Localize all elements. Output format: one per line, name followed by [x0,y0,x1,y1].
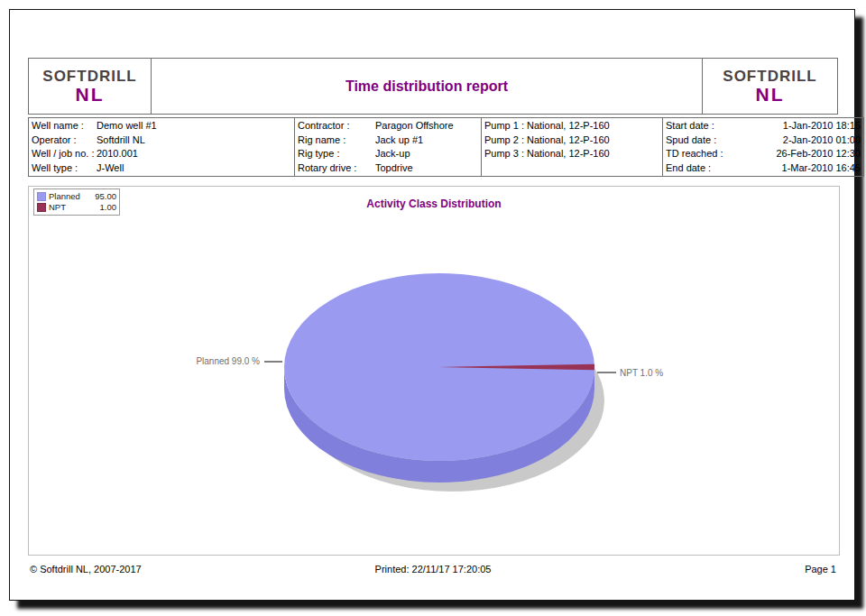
info-label: Rig type : [298,147,375,161]
info-row: Pump 2 :National, 12-P-160 [484,133,659,148]
info-label: Spud date : [666,133,716,148]
info-value: Demo well #1 [97,120,157,131]
well-info-col-dates: Start date :1-Jan-2010 18:15 Spud date :… [663,118,864,177]
legend-swatch-npt [37,203,46,212]
slice-label-npt: NPT 1.0 % [620,368,663,378]
pie-chart-svg [29,187,839,555]
info-label: Well name : [32,119,97,133]
logo-right: SOFTDRILL NL [703,59,838,115]
info-value: National, 12-P-160 [527,134,610,145]
info-label: Rig name : [298,133,375,148]
legend-value: 1.00 [100,202,117,213]
info-label: End date : [666,161,711,176]
info-value: Topdrive [375,162,413,173]
well-info-col-well: Well name :Demo well #1 Operator :Softdr… [29,118,295,177]
info-row: Rig name :Jack up #1 [298,133,478,148]
page-number: Page 1 [805,564,836,575]
info-label: Well type : [32,161,97,176]
info-label: Rotary drive : [298,161,375,176]
info-value: National, 12-P-160 [527,120,610,131]
info-row: Pump 3 :National, 12-P-160 [484,147,659,161]
slice-label-planned: Planned 99.0 % [155,356,260,366]
info-label: Pump 3 : [484,147,527,161]
info-row: Rotary drive :Topdrive [298,161,478,176]
info-row: Well name :Demo well #1 [32,119,291,133]
legend-label: Planned [49,191,80,202]
info-row: Start date :1-Jan-2010 18:15 [666,119,861,133]
info-label: TD reached : [666,147,723,161]
logo-left: SOFTDRILL NL [29,59,152,115]
info-row: Well type :J-Well [32,161,291,176]
well-info-table: Well name :Demo well #1 Operator :Softdr… [28,117,864,177]
info-value: 1-Jan-2010 18:15 [783,119,861,133]
chart-title: Activity Class Distribution [29,198,839,210]
info-row: End date :1-Mar-2010 16:45 [666,161,861,176]
info-row: Spud date :2-Jan-2010 01:00 [666,133,861,148]
report-page: SOFTDRILL NL Time distribution report SO… [9,9,855,601]
info-label: Pump 1 : [484,119,527,133]
well-info-col-pumps: Pump 1 :National, 12-P-160 Pump 2 :Natio… [482,118,663,177]
report-title-cell: Time distribution report [152,59,703,115]
legend-item-planned: Planned 95.00 [37,191,116,202]
info-value: Jack-up [375,148,410,159]
pie-chart [284,273,604,492]
info-row: Contractor :Paragon Offshore [298,119,478,133]
logo-text-nl: NL [703,85,837,105]
page-title: Time distribution report [345,78,508,94]
info-row: Well / job no. :2010.001 [32,147,291,161]
info-value: National, 12-P-160 [527,148,610,159]
info-value: 2-Jan-2010 01:00 [783,133,861,148]
info-value: Paragon Offshore [375,120,454,131]
info-value: 1-Mar-2010 16:45 [782,161,861,176]
printed-timestamp: Printed: 22/11/17 17:20:05 [28,564,838,575]
well-info-col-rig: Contractor :Paragon Offshore Rig name :J… [295,118,482,177]
info-value: J-Well [97,162,124,173]
legend-swatch-planned [37,192,46,201]
info-row: Rig type :Jack-up [298,147,478,161]
logo-text-softdrill: SOFTDRILL [703,68,837,85]
info-label: Operator : [32,133,97,148]
info-label: Well / job no. : [32,147,97,161]
info-value: Softdrill NL [97,134,145,145]
report-footer: © Softdrill NL, 2007-2017 Printed: 22/11… [28,564,838,578]
info-label: Start date : [666,119,714,133]
info-label: Pump 2 : [484,133,527,148]
info-row: TD reached :26-Feb-2010 12:30 [666,147,861,161]
chart-legend: Planned 95.00 NPT 1.00 [33,188,120,216]
logo-text-softdrill: SOFTDRILL [29,68,151,85]
report-header: SOFTDRILL NL Time distribution report SO… [28,58,838,115]
info-value: 2010.001 [97,148,138,159]
info-label: Contractor : [298,119,375,133]
legend-label: NPT [49,202,66,213]
legend-item-npt: NPT 1.00 [37,202,116,213]
print-preview-stage: SOFTDRILL NL Time distribution report SO… [0,0,866,616]
info-row: Operator :Softdrill NL [32,133,291,148]
legend-value: 95.00 [95,191,116,202]
logo-text-nl: NL [29,85,151,105]
info-row: Pump 1 :National, 12-P-160 [484,119,659,133]
chart-panel: Activity Class Distribution Planned 95.0… [28,186,840,556]
info-value: 26-Feb-2010 12:30 [776,147,861,161]
info-value: Jack up #1 [375,134,423,145]
